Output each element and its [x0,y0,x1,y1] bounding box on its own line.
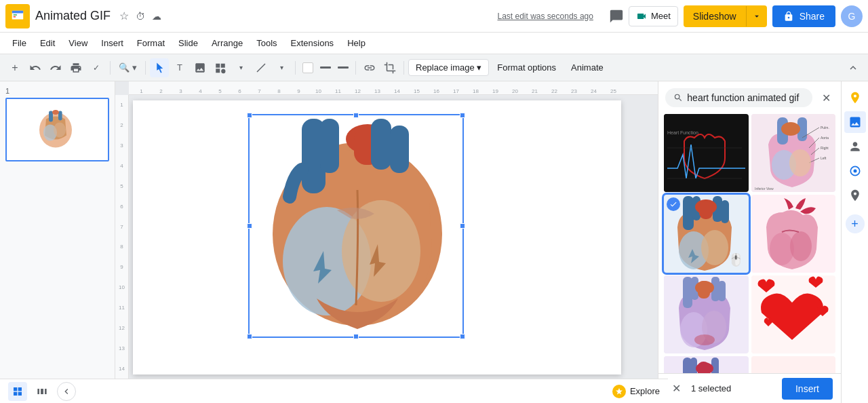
search-bar[interactable] [665,88,812,107]
search-input[interactable] [687,92,804,103]
selected-count-text: 1 selected [691,383,776,394]
sidebar-add-button[interactable]: + [846,214,865,233]
explore-button[interactable]: Explore [612,385,660,398]
animate-button[interactable]: Animate [564,60,610,75]
handle-tl[interactable] [247,113,252,118]
animate-label: Animate [571,62,604,73]
cloud-icon[interactable]: ☁ [149,8,165,24]
line-tool[interactable] [252,58,271,77]
replace-image-button[interactable]: Replace image ▾ [408,59,489,76]
sidebar-map-icon[interactable] [844,185,866,206]
svg-rect-2 [14,14,17,15]
handle-tr[interactable] [460,113,465,118]
slide-thumbnail[interactable] [5,98,109,161]
svg-rect-76 [18,387,22,391]
svg-rect-20 [664,114,745,192]
border-weight-button[interactable] [335,58,351,77]
menu-edit[interactable]: Edit [33,35,62,51]
menu-format[interactable]: Format [130,35,172,51]
image-result-1[interactable]: Heart Function [664,114,749,192]
sidebar-images-icon[interactable] [844,111,866,133]
line-dropdown[interactable]: ▾ [272,58,291,77]
image-result-4[interactable] [751,195,836,273]
svg-text:Right: Right [821,146,829,150]
handle-bl[interactable] [247,334,252,339]
menu-help[interactable]: Help [340,35,372,51]
undo-button[interactable] [26,58,45,77]
handle-ml[interactable] [247,223,252,229]
svg-rect-77 [14,391,17,395]
toolbar-collapse-button[interactable] [844,58,863,77]
close-search-button[interactable]: ✕ [818,90,834,106]
shapes-dropdown[interactable]: ▾ [231,58,250,77]
svg-point-74 [853,170,856,173]
select-tool[interactable] [150,58,169,77]
fill-color-button[interactable] [300,58,316,77]
cancel-selection-button[interactable]: ✕ [667,379,686,398]
svg-rect-70 [751,356,833,373]
image-result-5[interactable] [664,275,749,353]
heart-image-container[interactable] [248,114,464,338]
meet-button[interactable]: Meet [629,6,678,26]
svg-rect-67 [698,362,709,373]
link-button[interactable] [360,58,379,77]
insert-button[interactable]: Insert [782,378,833,400]
slideshow-dropdown-icon[interactable] [746,6,767,26]
redo-button[interactable] [46,58,65,77]
image-result-3[interactable]: 🖱️ [664,195,749,273]
svg-rect-43 [721,200,729,223]
image-tool[interactable] [191,58,210,77]
search-header: ✕ [658,81,841,111]
handle-mr[interactable] [460,223,465,229]
svg-text:Heart Function: Heart Function [667,130,698,135]
print-button[interactable] [66,58,85,77]
filmstrip-view-button[interactable] [33,382,52,401]
svg-point-8 [52,109,59,114]
grid-view-button[interactable] [8,382,27,401]
menu-view[interactable]: View [62,35,94,51]
svg-rect-52 [683,277,692,308]
add-slide-button[interactable]: + [5,58,24,77]
image-result-7[interactable] [664,356,749,373]
menu-slide[interactable]: Slide [172,35,205,51]
svg-line-4 [257,64,265,72]
text-tool[interactable]: T [170,58,189,77]
star-icon[interactable]: ☆ [116,8,132,24]
shapes-tool[interactable] [211,58,230,77]
share-button[interactable]: Share [772,5,835,27]
crop-button[interactable] [380,58,399,77]
history-icon[interactable]: ⏱ [132,8,149,24]
menu-arrange[interactable]: Arrange [205,35,250,51]
menu-extensions[interactable]: Extensions [284,35,341,51]
image-result-8[interactable] [751,356,836,373]
sidebar-circle-icon[interactable] [844,160,866,182]
collapse-panel-button[interactable] [57,382,76,401]
slide-canvas[interactable] [133,100,621,375]
search-icon [673,92,683,103]
border-color-button[interactable] [317,58,334,77]
format-options-button[interactable]: Format options [490,60,563,75]
menu-insert[interactable]: Insert [94,35,130,51]
svg-rect-55 [718,281,726,301]
sidebar-person-icon[interactable] [844,136,866,157]
svg-text:Left: Left [821,156,827,160]
svg-rect-45 [699,200,713,219]
explore-label: Explore [630,386,660,396]
svg-rect-57 [698,281,710,299]
menu-file[interactable]: File [5,35,33,51]
image-result-2[interactable]: Pulm. Aorta Right Left Inferior View [751,114,836,192]
svg-rect-64 [690,358,697,373]
avatar[interactable]: G [841,5,863,27]
comment-button[interactable] [604,4,629,28]
slideshow-button[interactable]: Slideshow [684,5,767,27]
handle-br[interactable] [460,334,465,339]
svg-rect-79 [37,389,39,394]
sidebar-explore-icon[interactable] [844,87,866,109]
handle-bm[interactable] [353,334,359,339]
handle-tm[interactable] [353,113,359,118]
menu-tools[interactable]: Tools [250,35,283,51]
spellcheck-button[interactable]: ✓ [87,58,106,77]
last-edit-text[interactable]: Last edit was seconds ago [497,12,593,21]
image-result-6[interactable] [751,275,836,353]
zoom-dropdown[interactable]: 🔍▾ [115,58,141,77]
